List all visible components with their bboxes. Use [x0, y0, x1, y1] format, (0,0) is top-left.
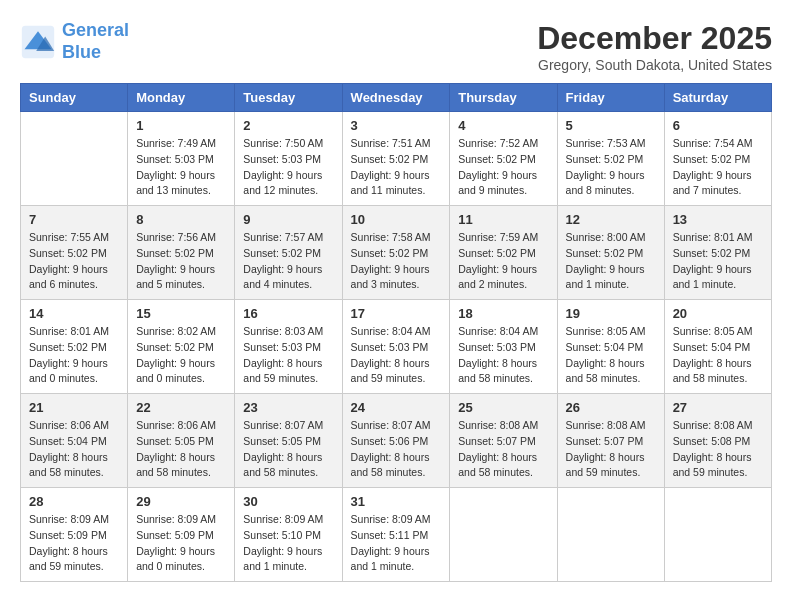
day-info: Sunrise: 8:08 AMSunset: 5:08 PMDaylight:…: [673, 418, 763, 481]
day-info: Sunrise: 7:55 AMSunset: 5:02 PMDaylight:…: [29, 230, 119, 293]
day-cell: 28Sunrise: 8:09 AMSunset: 5:09 PMDayligh…: [21, 488, 128, 582]
day-number: 23: [243, 400, 333, 415]
day-cell: 1Sunrise: 7:49 AMSunset: 5:03 PMDaylight…: [128, 112, 235, 206]
day-info: Sunrise: 8:09 AMSunset: 5:10 PMDaylight:…: [243, 512, 333, 575]
day-number: 17: [351, 306, 442, 321]
day-number: 26: [566, 400, 656, 415]
week-row-1: 1Sunrise: 7:49 AMSunset: 5:03 PMDaylight…: [21, 112, 772, 206]
day-cell: 27Sunrise: 8:08 AMSunset: 5:08 PMDayligh…: [664, 394, 771, 488]
day-info: Sunrise: 8:06 AMSunset: 5:05 PMDaylight:…: [136, 418, 226, 481]
day-cell: 14Sunrise: 8:01 AMSunset: 5:02 PMDayligh…: [21, 300, 128, 394]
day-cell: 26Sunrise: 8:08 AMSunset: 5:07 PMDayligh…: [557, 394, 664, 488]
day-cell: 12Sunrise: 8:00 AMSunset: 5:02 PMDayligh…: [557, 206, 664, 300]
day-cell: 2Sunrise: 7:50 AMSunset: 5:03 PMDaylight…: [235, 112, 342, 206]
day-info: Sunrise: 7:51 AMSunset: 5:02 PMDaylight:…: [351, 136, 442, 199]
day-cell: 25Sunrise: 8:08 AMSunset: 5:07 PMDayligh…: [450, 394, 557, 488]
logo-line2: Blue: [62, 42, 129, 64]
day-cell: 16Sunrise: 8:03 AMSunset: 5:03 PMDayligh…: [235, 300, 342, 394]
logo-line1: General: [62, 20, 129, 40]
day-cell: 29Sunrise: 8:09 AMSunset: 5:09 PMDayligh…: [128, 488, 235, 582]
day-number: 27: [673, 400, 763, 415]
day-info: Sunrise: 8:09 AMSunset: 5:09 PMDaylight:…: [136, 512, 226, 575]
day-info: Sunrise: 7:53 AMSunset: 5:02 PMDaylight:…: [566, 136, 656, 199]
day-info: Sunrise: 7:58 AMSunset: 5:02 PMDaylight:…: [351, 230, 442, 293]
day-cell: 13Sunrise: 8:01 AMSunset: 5:02 PMDayligh…: [664, 206, 771, 300]
day-info: Sunrise: 8:03 AMSunset: 5:03 PMDaylight:…: [243, 324, 333, 387]
column-header-sunday: Sunday: [21, 84, 128, 112]
day-number: 4: [458, 118, 548, 133]
day-cell: 11Sunrise: 7:59 AMSunset: 5:02 PMDayligh…: [450, 206, 557, 300]
day-info: Sunrise: 7:56 AMSunset: 5:02 PMDaylight:…: [136, 230, 226, 293]
day-cell: 9Sunrise: 7:57 AMSunset: 5:02 PMDaylight…: [235, 206, 342, 300]
day-info: Sunrise: 8:02 AMSunset: 5:02 PMDaylight:…: [136, 324, 226, 387]
day-info: Sunrise: 8:01 AMSunset: 5:02 PMDaylight:…: [673, 230, 763, 293]
day-cell: 7Sunrise: 7:55 AMSunset: 5:02 PMDaylight…: [21, 206, 128, 300]
day-number: 31: [351, 494, 442, 509]
day-info: Sunrise: 8:06 AMSunset: 5:04 PMDaylight:…: [29, 418, 119, 481]
day-number: 6: [673, 118, 763, 133]
day-cell: 18Sunrise: 8:04 AMSunset: 5:03 PMDayligh…: [450, 300, 557, 394]
day-cell: [557, 488, 664, 582]
day-info: Sunrise: 8:08 AMSunset: 5:07 PMDaylight:…: [458, 418, 548, 481]
column-header-monday: Monday: [128, 84, 235, 112]
day-number: 24: [351, 400, 442, 415]
column-header-friday: Friday: [557, 84, 664, 112]
day-cell: 15Sunrise: 8:02 AMSunset: 5:02 PMDayligh…: [128, 300, 235, 394]
day-number: 13: [673, 212, 763, 227]
day-number: 12: [566, 212, 656, 227]
day-info: Sunrise: 7:49 AMSunset: 5:03 PMDaylight:…: [136, 136, 226, 199]
day-number: 1: [136, 118, 226, 133]
day-number: 22: [136, 400, 226, 415]
day-cell: [450, 488, 557, 582]
day-number: 9: [243, 212, 333, 227]
week-row-5: 28Sunrise: 8:09 AMSunset: 5:09 PMDayligh…: [21, 488, 772, 582]
day-info: Sunrise: 7:52 AMSunset: 5:02 PMDaylight:…: [458, 136, 548, 199]
day-number: 29: [136, 494, 226, 509]
day-cell: 3Sunrise: 7:51 AMSunset: 5:02 PMDaylight…: [342, 112, 450, 206]
day-info: Sunrise: 7:59 AMSunset: 5:02 PMDaylight:…: [458, 230, 548, 293]
logo-icon: [20, 24, 56, 60]
calendar-table: SundayMondayTuesdayWednesdayThursdayFrid…: [20, 83, 772, 582]
day-cell: 31Sunrise: 8:09 AMSunset: 5:11 PMDayligh…: [342, 488, 450, 582]
month-title: December 2025: [537, 20, 772, 57]
day-number: 15: [136, 306, 226, 321]
day-info: Sunrise: 7:57 AMSunset: 5:02 PMDaylight:…: [243, 230, 333, 293]
day-info: Sunrise: 8:05 AMSunset: 5:04 PMDaylight:…: [566, 324, 656, 387]
column-header-thursday: Thursday: [450, 84, 557, 112]
location: Gregory, South Dakota, United States: [537, 57, 772, 73]
day-number: 2: [243, 118, 333, 133]
column-header-wednesday: Wednesday: [342, 84, 450, 112]
day-number: 30: [243, 494, 333, 509]
day-info: Sunrise: 8:04 AMSunset: 5:03 PMDaylight:…: [458, 324, 548, 387]
day-number: 3: [351, 118, 442, 133]
day-number: 10: [351, 212, 442, 227]
week-row-4: 21Sunrise: 8:06 AMSunset: 5:04 PMDayligh…: [21, 394, 772, 488]
day-cell: 6Sunrise: 7:54 AMSunset: 5:02 PMDaylight…: [664, 112, 771, 206]
logo-text: General Blue: [62, 20, 129, 63]
day-cell: 19Sunrise: 8:05 AMSunset: 5:04 PMDayligh…: [557, 300, 664, 394]
day-cell: 8Sunrise: 7:56 AMSunset: 5:02 PMDaylight…: [128, 206, 235, 300]
day-info: Sunrise: 8:00 AMSunset: 5:02 PMDaylight:…: [566, 230, 656, 293]
day-info: Sunrise: 8:05 AMSunset: 5:04 PMDaylight:…: [673, 324, 763, 387]
day-info: Sunrise: 8:01 AMSunset: 5:02 PMDaylight:…: [29, 324, 119, 387]
day-cell: 30Sunrise: 8:09 AMSunset: 5:10 PMDayligh…: [235, 488, 342, 582]
day-cell: 10Sunrise: 7:58 AMSunset: 5:02 PMDayligh…: [342, 206, 450, 300]
day-number: 21: [29, 400, 119, 415]
day-cell: [664, 488, 771, 582]
column-header-saturday: Saturday: [664, 84, 771, 112]
day-cell: 21Sunrise: 8:06 AMSunset: 5:04 PMDayligh…: [21, 394, 128, 488]
day-number: 16: [243, 306, 333, 321]
day-number: 11: [458, 212, 548, 227]
day-number: 20: [673, 306, 763, 321]
day-number: 14: [29, 306, 119, 321]
page-header: General Blue December 2025 Gregory, Sout…: [20, 20, 772, 73]
column-header-tuesday: Tuesday: [235, 84, 342, 112]
day-number: 19: [566, 306, 656, 321]
week-row-3: 14Sunrise: 8:01 AMSunset: 5:02 PMDayligh…: [21, 300, 772, 394]
day-info: Sunrise: 7:54 AMSunset: 5:02 PMDaylight:…: [673, 136, 763, 199]
day-cell: 4Sunrise: 7:52 AMSunset: 5:02 PMDaylight…: [450, 112, 557, 206]
day-info: Sunrise: 8:07 AMSunset: 5:05 PMDaylight:…: [243, 418, 333, 481]
day-number: 7: [29, 212, 119, 227]
day-info: Sunrise: 8:08 AMSunset: 5:07 PMDaylight:…: [566, 418, 656, 481]
day-cell: 5Sunrise: 7:53 AMSunset: 5:02 PMDaylight…: [557, 112, 664, 206]
